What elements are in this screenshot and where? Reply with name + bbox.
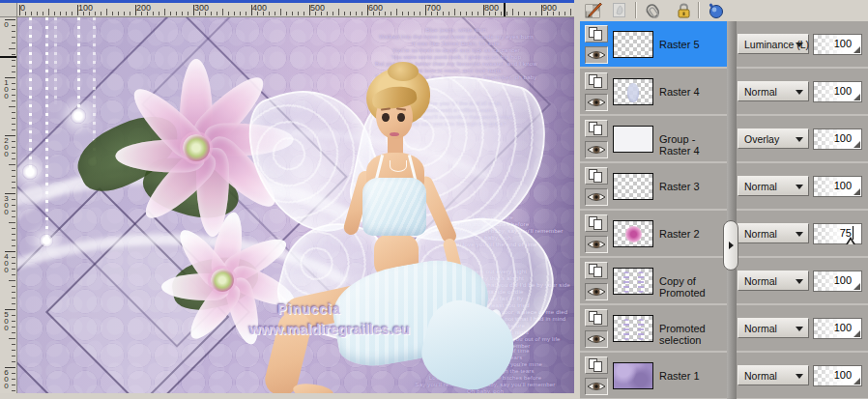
layer-row-left: Raster 4 [580,69,727,114]
layer-visibility-toggle[interactable] [585,188,608,206]
toolbar-separator [635,2,637,18]
blend-mode-value: Normal [744,370,777,382]
opacity-grip-icon [854,330,860,337]
layer-thumbnail[interactable] [613,268,653,295]
layer-page-button[interactable] [585,72,608,90]
layer-name: Promoted selection [659,323,727,346]
layer-row-raster-5[interactable]: Raster 5 Luminance (L) 100 [580,21,868,69]
opacity-value: 100 [834,322,852,333]
layer-visibility-toggle[interactable] [585,283,608,300]
ruler-label: 600 [2,368,11,388]
opacity-control[interactable]: 100 [813,176,862,197]
canvas-image[interactable]: Blue jeans, white shirt Walked into the … [17,17,574,393]
panel-splitter[interactable] [727,21,737,399]
layer-thumbnail[interactable] [613,362,653,389]
layer-name: Raster 5 [659,39,700,50]
layer-page-button[interactable] [585,120,608,137]
layer-page-button[interactable] [585,167,608,185]
cursor-position-marker [0,56,16,58]
opacity-control[interactable]: 100 [813,81,862,102]
chevron-down-icon [796,90,803,95]
pages-icon [586,263,607,278]
opacity-value: 100 [834,274,852,286]
fairy-figure [245,66,544,393]
layer-row-raster-1[interactable]: Raster 1 Normal 100 [580,353,868,399]
blend-mode-dropdown[interactable]: Luminance (L) [738,34,809,54]
opacity-control[interactable]: 100 [813,128,862,150]
layer-name: Raster 1 [659,370,700,382]
ruler-label: 800 [484,3,499,13]
layer-visibility-toggle[interactable] [585,236,608,253]
opacity-slider-thumb[interactable] [846,237,855,244]
layer-name: Copy of Promoted [659,275,727,299]
eye-icon [586,95,607,110]
ruler-label: 600 [368,3,383,13]
blend-mode-value: Normal [744,181,777,192]
layer-row-group-raster-4[interactable]: Group - Raster 4 Overlay 100 [580,116,868,163]
opacity-control[interactable]: 100 [813,365,862,386]
lock-transparency-icon[interactable] [675,2,693,19]
layer-thumbnail[interactable] [613,78,653,105]
ruler-label: 0 [20,3,25,13]
highlight-pin-icon[interactable] [707,2,725,19]
splitter-handle[interactable] [723,220,738,271]
pages-icon [586,168,607,184]
link-layers-icon[interactable] [644,2,662,19]
eye-icon [586,284,607,299]
chevron-down-icon [796,137,803,142]
layer-thumbnail[interactable] [613,315,653,342]
edit-selection-brush-icon[interactable] [585,2,603,19]
opacity-value: 100 [834,132,852,144]
layer-visibility-toggle[interactable] [585,94,608,111]
layer-visibility-toggle[interactable] [585,141,608,158]
opacity-input-editing[interactable]: 75 [813,223,862,244]
blend-mode-dropdown[interactable]: Normal [738,271,809,291]
layer-thumbnail[interactable] [613,126,653,153]
layer-thumbnail[interactable] [613,220,653,247]
opacity-control[interactable]: 100 [813,318,862,339]
fairy-hair-bun [388,62,419,81]
ruler-label: 200 [136,3,151,13]
blend-mode-dropdown[interactable]: Overlay [738,128,809,149]
ruler-label: 400 [2,252,11,272]
layers-toolbar [580,0,868,21]
new-mask-layer-icon[interactable] [611,2,629,19]
blend-mode-dropdown[interactable]: Normal [738,176,809,196]
watermark-url: www.maldiregrailles.eu [189,321,470,337]
chevron-right-icon [729,242,734,249]
layer-page-button[interactable] [585,262,608,279]
opacity-grip-icon [854,46,860,53]
blend-mode-dropdown[interactable]: Normal [738,365,809,385]
ruler-label: 200 [2,136,11,157]
layer-row-raster-4[interactable]: Raster 4 Normal 100 [580,69,868,116]
chevron-down-icon [796,279,803,284]
layer-thumbnail[interactable] [613,31,653,58]
blend-mode-dropdown[interactable]: Normal [738,81,809,101]
pages-icon [586,121,607,136]
opacity-control[interactable]: 100 [813,34,862,55]
blend-mode-dropdown[interactable]: Normal [738,223,809,243]
layer-page-button[interactable] [585,25,608,43]
layer-name: Raster 2 [659,228,700,240]
vertical-ruler: 0 100 200 300 400 500 600 [0,17,17,393]
layer-row-promoted-selection[interactable]: Promoted selection Normal 100 [580,305,868,353]
watermark-name: Pinuccia [242,301,377,317]
layer-row-left: Group - Raster 4 [580,116,727,161]
pages-icon [586,310,607,326]
layer-visibility-toggle[interactable] [585,46,608,64]
layer-row-raster-3[interactable]: Raster 3 Normal 100 [580,163,868,211]
ruler-label: 0 [2,20,11,27]
blend-mode-dropdown[interactable]: Normal [738,318,809,338]
layer-page-button[interactable] [585,309,608,327]
opacity-control[interactable]: 100 [813,271,862,292]
blend-mode-value: Overlay [744,133,779,145]
fairy-foot [292,382,334,393]
layer-row-left: Raster 3 [580,163,727,209]
layer-page-button[interactable] [585,356,608,374]
fairy-top [362,178,426,236]
layer-page-button[interactable] [585,214,608,232]
layer-visibility-toggle[interactable] [585,378,608,395]
layer-visibility-toggle[interactable] [585,330,608,348]
layer-row-left: Copy of Promoted [580,258,727,303]
layer-thumbnail[interactable] [613,173,653,200]
